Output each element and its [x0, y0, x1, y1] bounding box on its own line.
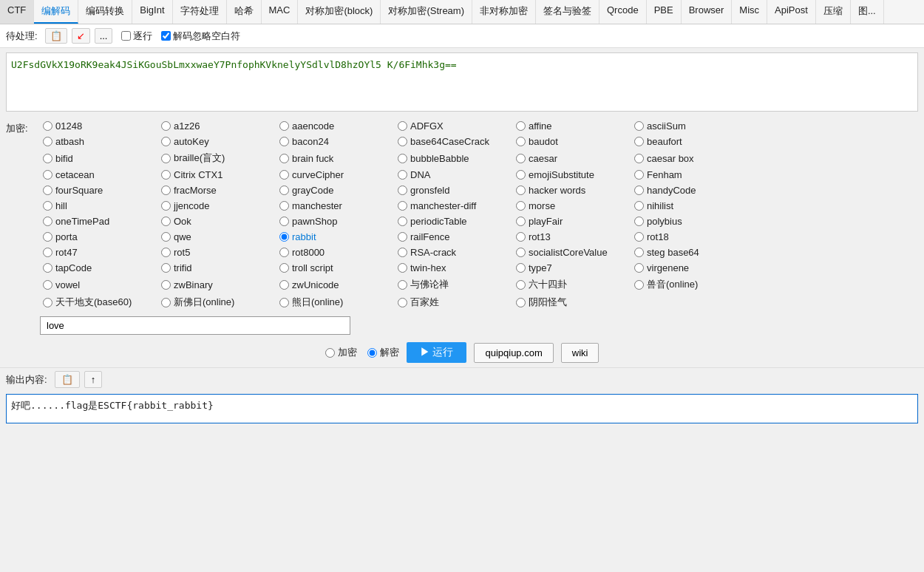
cipher-radio[interactable]: [43, 170, 52, 180]
cipher-radio[interactable]: [398, 201, 407, 211]
cipher-radio[interactable]: [516, 263, 526, 273]
cipher-item[interactable]: playFair: [513, 214, 631, 228]
cipher-item[interactable]: troll script: [276, 261, 395, 275]
cipher-radio[interactable]: [161, 280, 171, 290]
cipher-radio[interactable]: [398, 217, 407, 226]
run-button[interactable]: ▶ 运行: [407, 342, 467, 363]
cipher-item[interactable]: railFence: [395, 230, 513, 244]
cipher-item[interactable]: periodicTable: [395, 214, 513, 228]
cipher-item[interactable]: 百家姓: [395, 294, 513, 310]
paste-button[interactable]: 📋: [45, 28, 67, 44]
cipher-item[interactable]: emojiSubstitute: [513, 168, 631, 182]
cipher-radio[interactable]: [43, 232, 52, 242]
cipher-item[interactable]: Ook: [158, 214, 276, 228]
cipher-item[interactable]: Citrix CTX1: [158, 168, 276, 182]
cipher-radio[interactable]: [43, 248, 52, 257]
cipher-radio[interactable]: [161, 121, 171, 131]
cipher-item[interactable]: type7: [513, 261, 631, 275]
import-button[interactable]: ↙: [72, 28, 90, 44]
wiki-button[interactable]: wiki: [561, 343, 599, 363]
cipher-item[interactable]: zwUnicode: [276, 276, 395, 293]
cipher-radio[interactable]: [161, 137, 171, 146]
nav-sym-stream[interactable]: 对称加密(Stream): [381, 0, 472, 24]
cipher-radio[interactable]: [516, 298, 526, 307]
cipher-item[interactable]: qwe: [158, 230, 276, 244]
nav-compress[interactable]: 压缩: [816, 0, 851, 24]
cipher-item[interactable]: 新佛日(online): [158, 294, 276, 310]
cipher-item[interactable]: curveCipher: [276, 168, 395, 182]
cipher-item[interactable]: 与佛论禅: [395, 276, 513, 293]
cipher-radio[interactable]: [634, 217, 644, 226]
cipher-radio[interactable]: [398, 137, 407, 146]
cipher-radio[interactable]: [279, 137, 289, 146]
nav-char[interactable]: 字符处理: [173, 0, 227, 24]
cipher-item[interactable]: aaencode: [276, 119, 395, 133]
input-area[interactable]: U2FsdGVkX19oRK9eak4JSiKGouSbLmxxwaeY7Pnf…: [6, 52, 918, 112]
cipher-radio[interactable]: [43, 185, 52, 195]
nav-mac[interactable]: MAC: [262, 0, 299, 24]
cipher-item[interactable]: morse: [513, 199, 631, 213]
cipher-item[interactable]: rot18: [631, 230, 750, 244]
nav-bigint[interactable]: BigInt: [132, 0, 172, 24]
cipher-radio[interactable]: [161, 217, 171, 226]
cipher-radio[interactable]: [398, 154, 407, 163]
cipher-radio[interactable]: [43, 298, 52, 307]
cipher-radio[interactable]: [279, 298, 289, 307]
cipher-item[interactable]: trifid: [158, 261, 276, 275]
decrypt-option[interactable]: 解密: [367, 346, 399, 359]
cipher-item[interactable]: RSA-crack: [395, 245, 513, 259]
cipher-item[interactable]: vowel: [40, 276, 158, 293]
cipher-item[interactable]: steg base64: [631, 245, 750, 259]
cipher-radio[interactable]: [161, 154, 171, 163]
decrypt-radio[interactable]: [367, 348, 377, 358]
key-input[interactable]: love: [40, 316, 350, 335]
copy-output-button[interactable]: 📋: [55, 371, 80, 388]
cipher-radio[interactable]: [634, 170, 644, 180]
cipher-item[interactable]: affine: [513, 119, 631, 133]
cipher-item[interactable]: rot47: [40, 245, 158, 259]
cipher-radio[interactable]: [279, 201, 289, 211]
cipher-radio[interactable]: [634, 201, 644, 211]
cipher-radio[interactable]: [161, 232, 171, 242]
cipher-item[interactable]: bifid: [40, 150, 158, 166]
cipher-item[interactable]: brain fuck: [276, 150, 395, 166]
upload-output-button[interactable]: ↑: [84, 371, 103, 388]
nav-sign[interactable]: 签名与验签: [536, 0, 599, 24]
nav-hash[interactable]: 哈希: [227, 0, 262, 24]
cipher-item[interactable]: rot13: [513, 230, 631, 244]
cipher-radio[interactable]: [634, 232, 644, 242]
cipher-item[interactable]: 熊日(online): [276, 294, 395, 310]
cipher-radio[interactable]: [161, 185, 171, 195]
nav-apipost[interactable]: ApiPost: [767, 0, 816, 24]
cipher-radio[interactable]: [398, 280, 407, 290]
cipher-item[interactable]: braille(盲文): [158, 150, 276, 166]
cipher-item[interactable]: rot5: [158, 245, 276, 259]
cipher-radio[interactable]: [161, 170, 171, 180]
step-check[interactable]: 逐行: [121, 30, 152, 43]
cipher-radio[interactable]: [398, 248, 407, 257]
cipher-item[interactable]: beaufort: [631, 135, 750, 149]
cipher-radio[interactable]: [634, 137, 644, 146]
ignore-checkbox[interactable]: [161, 31, 171, 41]
cipher-item[interactable]: socialistCoreValue: [513, 245, 631, 259]
cipher-item[interactable]: gronsfeld: [395, 183, 513, 197]
cipher-radio[interactable]: [279, 185, 289, 195]
step-checkbox[interactable]: [121, 31, 131, 41]
cipher-item[interactable]: baudot: [513, 135, 631, 149]
cipher-radio[interactable]: [398, 121, 407, 131]
cipher-radio[interactable]: [279, 263, 289, 273]
cipher-item[interactable]: caesar box: [631, 150, 750, 166]
cipher-radio[interactable]: [279, 232, 289, 242]
nav-more[interactable]: 图...: [851, 0, 884, 24]
cipher-radio[interactable]: [43, 201, 52, 211]
cipher-radio[interactable]: [43, 121, 52, 131]
cipher-item[interactable]: caesar: [513, 150, 631, 166]
cipher-item[interactable]: nihilist: [631, 199, 750, 213]
cipher-radio[interactable]: [516, 248, 526, 257]
cipher-radio[interactable]: [516, 201, 526, 211]
encrypt-radio[interactable]: [325, 348, 335, 358]
nav-decode[interactable]: 编解码: [34, 0, 78, 24]
cipher-radio[interactable]: [279, 248, 289, 257]
cipher-item[interactable]: cetacean: [40, 168, 158, 182]
nav-misc[interactable]: Misc: [732, 0, 767, 24]
